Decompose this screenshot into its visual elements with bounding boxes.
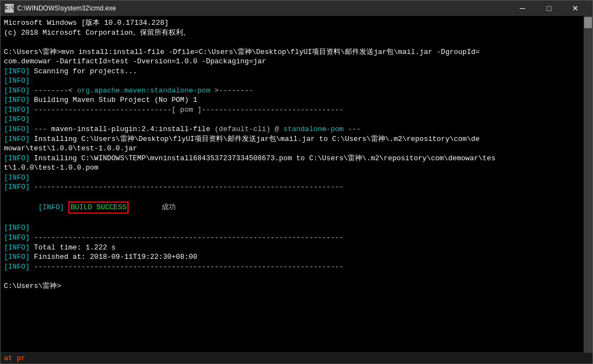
line-9: [INFO] --------------------------------[… bbox=[4, 105, 589, 115]
line-5: [INFO] Scanning for projects... bbox=[4, 67, 589, 77]
maximize-button[interactable]: □ bbox=[536, 1, 562, 16]
success-annotation: 成功 bbox=[161, 203, 176, 211]
minimize-button[interactable]: ─ bbox=[510, 1, 535, 16]
terminal-body[interactable]: Microsoft Windows [版本 10.0.17134.228] (c… bbox=[1, 16, 592, 352]
terminal-content: Microsoft Windows [版本 10.0.17134.228] (c… bbox=[4, 18, 589, 291]
line-19: [INFO] Total time: 1.222 s bbox=[4, 243, 589, 253]
cmd-icon: C:\ bbox=[5, 4, 14, 13]
title-bar: C:\ C:\WINDOWS\system32\cmd.exe ─ □ ✕ bbox=[1, 1, 592, 16]
line-21: [INFO] ---------------------------------… bbox=[4, 262, 589, 272]
line-3 bbox=[4, 37, 589, 47]
bottom-bar: at pr bbox=[1, 352, 592, 363]
build-success-badge: BUILD SUCCESS bbox=[68, 202, 128, 214]
line-15: [INFO] ---------------------------------… bbox=[4, 182, 589, 192]
cmd-window: C:\ C:\WINDOWS\system32\cmd.exe ─ □ ✕ Mi… bbox=[0, 0, 593, 364]
line-20: [INFO] Finished at: 2018-09-11T19:22:30+… bbox=[4, 252, 589, 262]
line-6: [INFO] bbox=[4, 76, 589, 86]
close-button[interactable]: ✕ bbox=[563, 1, 588, 16]
bottom-text: at pr bbox=[4, 354, 25, 362]
line-14: [INFO] bbox=[4, 173, 589, 183]
line-22 bbox=[4, 271, 589, 281]
line-2: (c) 2018 Microsoft Corporation。保留所有权利。 bbox=[4, 28, 589, 38]
scrollbar-thumb[interactable] bbox=[584, 17, 592, 28]
line-10: [INFO] bbox=[4, 115, 589, 124]
line-17: [INFO] bbox=[4, 223, 589, 233]
line-7: [INFO] --------< org.apache.maven:standa… bbox=[4, 86, 589, 96]
line-16: [INFO] BUILD SUCCESS成功 bbox=[4, 192, 589, 224]
line-13: [INFO] Installing C:\WINDOWS\TEMP\mvnins… bbox=[4, 154, 589, 173]
line-4: C:\Users\雷神>mvn install:install-file -Df… bbox=[4, 47, 589, 67]
scrollbar[interactable] bbox=[584, 16, 592, 352]
line-1: Microsoft Windows [版本 10.0.17134.228] bbox=[4, 18, 589, 28]
line-18: [INFO] ---------------------------------… bbox=[4, 233, 589, 243]
line-12: [INFO] Installing C:\Users\雷神\Desktop\fl… bbox=[4, 134, 589, 154]
window-title: C:\WINDOWS\system32\cmd.exe bbox=[17, 4, 510, 12]
window-controls: ─ □ ✕ bbox=[510, 1, 588, 16]
line-8: [INFO] Building Maven Stub Project (No P… bbox=[4, 95, 589, 105]
line-prompt: C:\Users\雷神> bbox=[4, 281, 589, 291]
line-11: [INFO] --- maven-install-plugin:2.4:inst… bbox=[4, 124, 589, 134]
